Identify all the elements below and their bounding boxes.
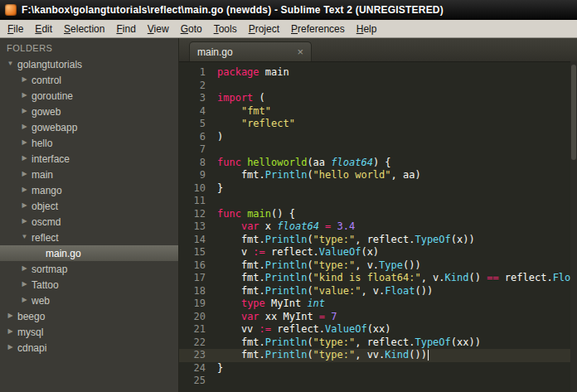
code-line-15[interactable]: 15 v := reflect.ValueOf(x)	[179, 246, 577, 259]
code-token: fmt.	[217, 272, 265, 283]
sidebar-folder-goweb[interactable]: ▶goweb	[0, 104, 178, 119]
code-token: (	[307, 234, 313, 245]
code-line-22[interactable]: 22 fmt.Println("type:", reflect.TypeOf(x…	[179, 336, 577, 350]
chevron-right-icon: ▶	[19, 280, 30, 288]
code-line-6[interactable]: 6)	[179, 131, 577, 144]
chevron-right-icon: ▶	[5, 312, 16, 319]
code-line-25[interactable]: 25	[179, 375, 577, 388]
sidebar-folder-web[interactable]: ▶web	[0, 293, 178, 308]
code-line-13[interactable]: 13 var x float64 = 3.4	[179, 220, 577, 234]
code-line-10[interactable]: 10}	[179, 182, 577, 196]
sidebar-folder-control[interactable]: ▶control	[0, 72, 178, 88]
sidebar-folder-main[interactable]: ▶main	[0, 167, 178, 182]
code-line-18[interactable]: 18 fmt.Println("value:", v.Float())	[179, 285, 577, 298]
code-line-7[interactable]: 7	[179, 143, 577, 157]
code-line-23[interactable]: 23 fmt.Println("type:", vv.Kind())	[179, 349, 577, 362]
line-number: 8	[179, 157, 217, 170]
sidebar-folder-hello[interactable]: ▶hello	[0, 135, 178, 151]
sidebar-folder-oscmd[interactable]: ▶oscmd	[0, 214, 178, 230]
code-token: }	[217, 362, 223, 374]
code-token: )	[217, 131, 223, 143]
code-token: fmt.	[217, 259, 265, 271]
title-bar: F:\kanbox\golangtutorials\reflect\main.g…	[0, 0, 577, 20]
code-token: ==	[487, 272, 498, 283]
menu-item-view[interactable]: View	[142, 22, 175, 36]
code-line-20[interactable]: 20 var xx MyInt = 7	[179, 311, 577, 324]
sidebar-folder-interface[interactable]: ▶interface	[0, 151, 178, 167]
chevron-right-icon: ▶	[19, 264, 30, 272]
code-line-1[interactable]: 1package main	[179, 66, 577, 80]
code-token: Println	[265, 336, 308, 348]
menu-item-selection[interactable]: Selection	[58, 22, 110, 36]
tree-item-label: golangtutorials	[16, 59, 82, 70]
code-token: helloworld	[247, 157, 307, 168]
code-line-4[interactable]: 4 "fmt"	[179, 105, 577, 119]
tab-main-go[interactable]: main.go ×	[189, 41, 312, 61]
code-token: () {	[271, 208, 295, 220]
code-token: (xx))	[451, 336, 481, 348]
code-token: (	[307, 336, 313, 348]
menu-item-find[interactable]: Find	[110, 22, 141, 36]
menu-item-edit[interactable]: Edit	[29, 22, 58, 36]
menu-item-preferences[interactable]: Preferences	[285, 22, 351, 36]
chevron-right-icon: ▶	[19, 186, 30, 193]
sidebar-folder-tattoo[interactable]: ▶Tattoo	[0, 277, 178, 293]
code-line-2[interactable]: 2	[179, 80, 577, 93]
sidebar-folder-golangtutorials[interactable]: ▼golangtutorials	[0, 56, 178, 72]
sidebar-folder-object[interactable]: ▶object	[0, 198, 178, 214]
code-line-12[interactable]: 12func main() {	[179, 208, 577, 221]
scrollbar-thumb[interactable]	[571, 65, 576, 160]
code-token: :=	[259, 323, 271, 335]
code-line-21[interactable]: 21 vv := reflect.ValueOf(xx)	[179, 323, 577, 336]
code-line-5[interactable]: 5 "reflect"	[179, 118, 577, 131]
menu-item-goto[interactable]: Goto	[175, 22, 208, 36]
scrollbar-track[interactable]	[570, 61, 577, 392]
code-line-text: func helloworld(aa float64) {	[217, 157, 391, 170]
menu-item-tools[interactable]: Tools	[208, 22, 243, 36]
menu-item-project[interactable]: Project	[243, 22, 285, 36]
tree-item-label: oscmd	[30, 216, 61, 228]
code-token: package	[217, 66, 259, 78]
code-token	[217, 311, 241, 322]
code-token: x	[259, 220, 278, 232]
sidebar-folder-mysql[interactable]: ▶mysql	[0, 324, 178, 340]
code-line-24[interactable]: 24}	[179, 362, 577, 375]
sidebar-folder-gowebapp[interactable]: ▶gowebapp	[0, 119, 178, 135]
line-number: 15	[179, 246, 217, 259]
menu-item-help[interactable]: Help	[351, 22, 383, 36]
sidebar-file-main-go[interactable]: main.go	[0, 245, 178, 261]
sidebar-folder-mango[interactable]: ▶mango	[0, 182, 178, 198]
tree-item-label: gowebapp	[30, 122, 77, 133]
folders-header: FOLDERS	[0, 38, 178, 56]
code-token: vv	[217, 323, 259, 335]
sidebar-folder-reflect[interactable]: ▼reflect	[0, 230, 178, 245]
tab-close-icon[interactable]: ×	[297, 46, 303, 57]
sidebar-folder-beego[interactable]: ▶beego	[0, 308, 178, 324]
tree-item-label: reflect	[30, 232, 59, 244]
line-number: 11	[179, 195, 217, 208]
tree-item-label: object	[30, 201, 58, 212]
code-line-9[interactable]: 9 fmt.Println("hello world", aa)	[179, 169, 577, 182]
sidebar: FOLDERS ▼golangtutorials▶control▶gorouti…	[0, 38, 179, 392]
code-line-text: }	[217, 182, 223, 196]
code-line-11[interactable]: 11	[179, 195, 577, 208]
code-line-3[interactable]: 3import (	[179, 92, 577, 105]
sidebar-folder-sortmap[interactable]: ▶sortmap	[0, 261, 178, 277]
code-token: , v.	[361, 285, 385, 297]
code-token: (	[307, 285, 313, 297]
code-line-8[interactable]: 8func helloworld(aa float64) {	[179, 157, 577, 170]
code-line-17[interactable]: 17 fmt.Println("kind is float64:", v.Kin…	[179, 272, 577, 285]
tree-item-label: main	[30, 169, 53, 181]
code-line-16[interactable]: 16 fmt.Println("type:", v.Type())	[179, 259, 577, 273]
code-editor[interactable]: 1package main23import (4 "fmt"5 "reflect…	[179, 62, 577, 392]
sidebar-folder-goroutine[interactable]: ▶goroutine	[0, 88, 178, 104]
sublime-window: F:\kanbox\golangtutorials\reflect\main.g…	[0, 0, 577, 392]
chevron-right-icon: ▶	[19, 123, 30, 130]
chevron-right-icon: ▶	[19, 217, 30, 225]
sidebar-folder-cdnapi[interactable]: ▶cdnapi	[0, 340, 178, 356]
code-line-19[interactable]: 19 type MyInt int	[179, 298, 577, 311]
code-line-text: fmt.Println("type:", reflect.TypeOf(x))	[217, 234, 475, 247]
code-line-14[interactable]: 14 fmt.Println("type:", reflect.TypeOf(x…	[179, 234, 577, 247]
menu-item-file[interactable]: File	[2, 22, 29, 36]
line-number: 2	[179, 80, 217, 93]
